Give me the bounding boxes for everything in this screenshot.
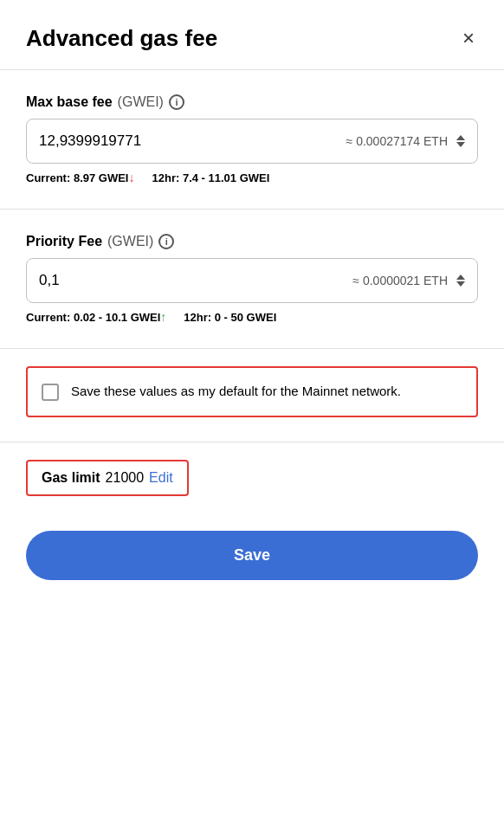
max-base-fee-input[interactable] — [39, 132, 346, 150]
max-base-fee-range-value: 7.4 - 11.01 GWEI — [183, 171, 269, 184]
max-base-fee-label-row: Max base fee (GWEI) i — [26, 94, 478, 110]
max-base-fee-range: 12hr: 7.4 - 11.01 GWEI — [152, 171, 269, 184]
close-button[interactable]: × — [459, 24, 478, 52]
save-default-checkbox[interactable] — [42, 384, 59, 401]
modal-header: Advanced gas fee × — [26, 24, 478, 52]
priority-fee-range: 12hr: 0 - 50 GWEI — [184, 311, 276, 324]
section-divider-3 — [0, 442, 504, 442]
priority-fee-current-label: Current: 0.02 - 10.1 GWEI↑ — [26, 310, 166, 324]
gas-limit-section: Gas limit 21000 Edit — [26, 460, 478, 496]
page-title: Advanced gas fee — [26, 25, 217, 52]
header-divider — [0, 69, 504, 70]
priority-fee-current-value: 0.02 - 10.1 GWEI↑ — [74, 311, 166, 324]
max-base-fee-spinner[interactable] — [453, 132, 468, 151]
gas-limit-edit-link[interactable]: Edit — [149, 470, 173, 486]
max-base-fee-current-row: Current: 8.97 GWEI↓ 12hr: 7.4 - 11.01 GW… — [26, 171, 478, 184]
priority-fee-range-value: 0 - 50 GWEI — [215, 311, 277, 324]
gas-limit-label: Gas limit — [42, 470, 100, 486]
priority-fee-eth-approx: ≈ 0.0000021 ETH — [352, 274, 448, 287]
save-button[interactable]: Save — [26, 531, 478, 580]
priority-fee-input[interactable] — [39, 272, 352, 289]
priority-fee-label-row: Priority Fee (GWEI) i — [26, 234, 478, 249]
priority-spinner-up-arrow — [456, 274, 465, 280]
priority-fee-info-icon[interactable]: i — [158, 234, 174, 249]
section-divider-1 — [0, 209, 504, 210]
section-divider-2 — [0, 348, 504, 349]
max-base-fee-eth-approx: ≈ 0.00027174 ETH — [346, 134, 448, 148]
priority-fee-spinner[interactable] — [453, 271, 468, 290]
priority-fee-current-row: Current: 0.02 - 10.1 GWEI↑ 12hr: 0 - 50 … — [26, 310, 478, 324]
spinner-up-arrow — [456, 135, 465, 140]
save-default-section: Save these values as my default for the … — [26, 366, 478, 417]
max-base-fee-input-row: ≈ 0.00027174 ETH — [26, 119, 478, 164]
save-default-label: Save these values as my default for the … — [71, 382, 401, 402]
priority-fee-input-row: ≈ 0.0000021 ETH — [26, 258, 478, 303]
max-base-fee-section: Max base fee (GWEI) i ≈ 0.00027174 ETH C… — [26, 94, 478, 184]
gas-limit-box: Gas limit 21000 Edit — [26, 460, 189, 496]
priority-spinner-down-arrow — [456, 281, 465, 287]
priority-fee-unit: (GWEI) — [107, 234, 153, 249]
checkbox-container: Save these values as my default for the … — [42, 382, 401, 402]
trend-arrow-down: ↓ — [128, 171, 134, 184]
max-base-fee-current-label: Current: 8.97 GWEI↓ — [26, 171, 134, 184]
gas-limit-value: 21000 — [106, 470, 145, 486]
priority-fee-section: Priority Fee (GWEI) i ≈ 0.0000021 ETH Cu… — [26, 234, 478, 324]
priority-fee-label: Priority Fee — [26, 234, 102, 249]
trend-arrow-up: ↑ — [160, 310, 166, 324]
max-base-fee-current-value: 8.97 GWEI↓ — [74, 171, 135, 184]
advanced-gas-fee-modal: Advanced gas fee × Max base fee (GWEI) i… — [0, 0, 504, 826]
spinner-down-arrow — [456, 142, 465, 147]
max-base-fee-label: Max base fee — [26, 94, 113, 110]
max-base-fee-unit: (GWEI) — [118, 94, 164, 110]
max-base-fee-info-icon[interactable]: i — [169, 94, 184, 110]
